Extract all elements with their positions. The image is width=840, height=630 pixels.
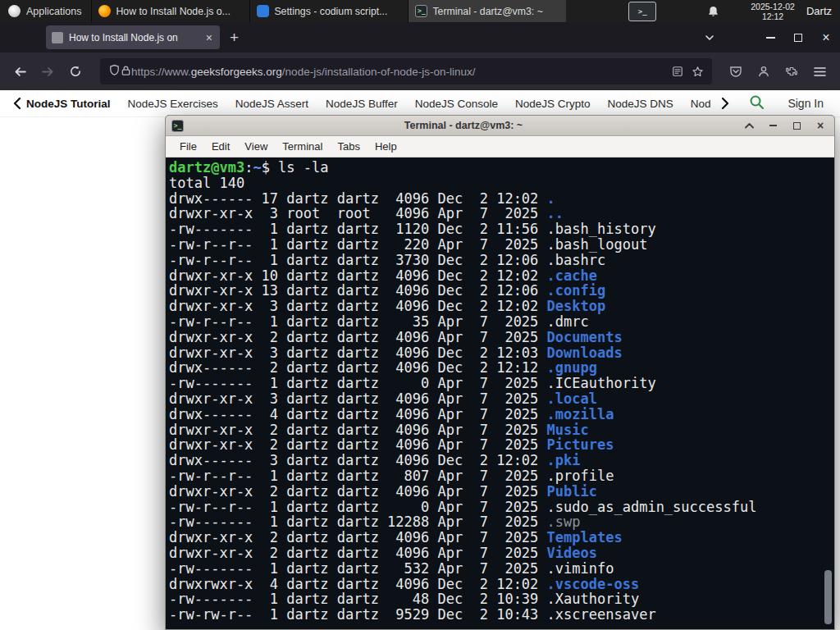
menu-icon[interactable]	[809, 61, 830, 82]
terminal-total-line: total 140	[169, 176, 834, 191]
file-meta: drwx------ 17 dartz dartz 4096 Dec 2 12:…	[169, 190, 547, 207]
pocket-icon[interactable]	[725, 61, 746, 82]
nav-nodejs-exercises[interactable]: NodeJS Exercises	[128, 98, 218, 110]
terminal-titlebar[interactable]: >_ Terminal - dartz@vm3: ~ ×	[166, 116, 834, 136]
top-panel: Applications How to Install Node.js o...…	[0, 0, 840, 22]
window-minimize-button[interactable]	[756, 22, 784, 52]
file-meta: drwxr-xr-x 2 dartz dartz 4096 Apr 7 2025	[169, 483, 547, 500]
sign-in-button[interactable]: Sign In	[779, 94, 832, 112]
terminal-shade-icon[interactable]	[743, 120, 755, 131]
terminal-window-title: Terminal - dartz@vm3: ~	[184, 120, 743, 131]
lock-icon[interactable]	[121, 65, 131, 79]
bell-icon[interactable]	[707, 5, 719, 17]
nav-nodejs-console[interactable]: NodeJS Console	[415, 98, 498, 110]
terminal-body[interactable]: dartz@vm3:~$ ls -la total 140 drwx------…	[166, 158, 834, 629]
nav-nodejs-tutorial[interactable]: NodeJS Tutorial	[26, 98, 111, 110]
file-name: .cache	[547, 267, 597, 284]
browser-tab-bar: How to Install Node.js on × + ×	[0, 22, 840, 52]
file-meta: -rw------- 1 dartz dartz 0 Apr 7 2025	[169, 375, 547, 391]
file-name: .	[547, 190, 555, 207]
bookmark-star-icon[interactable]	[692, 66, 704, 78]
task-title: Terminal - dartz@vm3: ~	[432, 6, 542, 17]
window-close-button[interactable]: ×	[812, 22, 840, 52]
nav-nodejs-buffer[interactable]: NodeJS Buffer	[326, 98, 398, 110]
terminal-app-icon: >_	[171, 120, 184, 132]
url-bar[interactable]: https://www.geeksforgeeks.org/node-js/in…	[100, 58, 712, 84]
nav-nodejs-dns[interactable]: NodeJS DNS	[608, 98, 673, 110]
menu-edit[interactable]: Edit	[204, 138, 237, 155]
site-search-icon[interactable]	[749, 94, 765, 113]
file-meta: drwxr-xr-x 2 dartz dartz 4096 Apr 7 2025	[169, 529, 547, 546]
file-name: .config	[547, 282, 606, 299]
terminal-scrollbar-thumb[interactable]	[824, 570, 832, 624]
terminal-close-icon[interactable]: ×	[815, 120, 826, 131]
url-domain: geeksforgeeks.org	[191, 66, 282, 78]
url-text: https://www.geeksforgeeks.org/node-js/in…	[131, 66, 664, 78]
file-meta: drwx------ 2 dartz dartz 4096 Dec 2 12:1…	[169, 359, 547, 376]
file-name: Videos	[547, 545, 597, 561]
panel-task-terminal[interactable]: >_Terminal - dartz@vm3: ~	[408, 0, 566, 22]
file-meta: -rw------- 1 dartz dartz 12288 Apr 7 202…	[169, 514, 547, 530]
forward-icon[interactable]	[38, 62, 57, 81]
prompt-userhost: dartz@vm3	[169, 159, 244, 176]
menu-terminal[interactable]: Terminal	[275, 138, 330, 155]
nav-nodejs-assert[interactable]: NodeJS Assert	[235, 98, 308, 110]
file-name: .pki	[547, 452, 581, 468]
terminal-line: -rw-r--r-- 1 dartz dartz 807 Apr 7 2025 …	[169, 468, 834, 484]
file-name: Public	[547, 483, 597, 500]
window-restore-button[interactable]	[784, 22, 812, 52]
terminal-line: drwxr-xr-x 2 dartz dartz 4096 Apr 7 2025…	[169, 484, 834, 500]
applications-menu[interactable]: Applications	[0, 0, 91, 22]
terminal-menubar: FileEditViewTerminalTabsHelp	[166, 136, 834, 158]
file-meta: drwxr-xr-x 2 dartz dartz 4096 Apr 7 2025	[169, 329, 547, 345]
terminal-line: drwx------ 3 dartz dartz 4096 Dec 2 12:0…	[169, 453, 834, 468]
file-name: Desktop	[547, 298, 606, 314]
account-icon[interactable]	[753, 61, 774, 82]
panel-clock[interactable]: 2025-12-02 12:12	[751, 2, 795, 21]
file-meta: -rw-r--r-- 1 dartz dartz 807 Apr 7 2025	[169, 468, 547, 484]
terminal-line: drwxr-xr-x 3 root root 4096 Apr 7 2025 .…	[169, 206, 834, 221]
browser-tab[interactable]: How to Install Node.js on ×	[46, 25, 220, 49]
new-tab-button[interactable]: +	[230, 30, 239, 45]
file-meta: drwxr-xr-x 2 dartz dartz 4096 Apr 7 2025	[169, 436, 547, 453]
nav-scroll-left-icon[interactable]	[13, 98, 21, 109]
nav-nodejs-crypto[interactable]: NodeJS Crypto	[515, 98, 591, 110]
nav-scroll-right-icon[interactable]	[721, 98, 729, 109]
terminal-icon: >_	[415, 5, 427, 17]
reader-mode-icon[interactable]	[672, 66, 683, 77]
terminal-minimize-icon[interactable]	[767, 120, 778, 131]
prompt-colon: :	[244, 159, 253, 176]
reload-icon[interactable]	[66, 62, 85, 81]
menu-tabs[interactable]: Tabs	[330, 138, 367, 155]
terminal-line: drwxr-xr-x 3 dartz dartz 4096 Apr 7 2025…	[169, 391, 834, 407]
panel-task-firefox[interactable]: How to Install Node.js o...	[91, 0, 249, 22]
tray-terminal-icon[interactable]: >_	[628, 2, 656, 21]
file-meta: -rw-r--r-- 1 dartz dartz 35 Apr 7 2025	[169, 313, 547, 330]
tab-close-icon[interactable]: ×	[204, 32, 214, 43]
file-name: .bashrc	[547, 252, 606, 268]
back-icon[interactable]	[10, 62, 30, 81]
nav-node[interactable]: Node	[691, 98, 712, 110]
file-name: .mozilla	[547, 406, 614, 422]
terminal-prompt-line: dartz@vm3:~$ ls -la	[169, 160, 834, 176]
file-meta: drwxr-xr-x 3 dartz dartz 4096 Dec 2 12:0…	[169, 345, 547, 361]
extensions-icon[interactable]	[781, 61, 802, 82]
applications-label: Applications	[26, 6, 81, 17]
terminal-line: drwxr-xr-x 2 dartz dartz 4096 Apr 7 2025…	[169, 330, 834, 345]
tracking-shield-icon[interactable]	[108, 64, 121, 79]
terminal-line: -rw-r--r-- 1 dartz dartz 0 Apr 7 2025 .s…	[169, 500, 834, 515]
menu-view[interactable]: View	[237, 138, 275, 155]
task-title: Settings - codium script...	[274, 6, 387, 17]
file-name: Music	[547, 422, 589, 438]
file-name: Documents	[547, 329, 623, 345]
panel-user-label: Dartz	[806, 5, 832, 17]
terminal-maximize-icon[interactable]	[791, 120, 802, 131]
list-all-tabs-icon[interactable]	[697, 22, 722, 52]
terminal-line: -rw-rw-r-- 1 dartz dartz 9529 Dec 2 10:4…	[169, 607, 834, 623]
terminal-line: drwx------ 2 dartz dartz 4096 Dec 2 12:1…	[169, 360, 834, 376]
terminal-line: -rw------- 1 dartz dartz 1120 Dec 2 11:5…	[169, 221, 834, 237]
menu-file[interactable]: File	[172, 138, 204, 155]
menu-help[interactable]: Help	[368, 138, 404, 155]
file-meta: -rw-rw-r-- 1 dartz dartz 9529 Dec 2 10:4…	[169, 606, 547, 623]
panel-task-settings[interactable]: Settings - codium script...	[249, 0, 408, 22]
